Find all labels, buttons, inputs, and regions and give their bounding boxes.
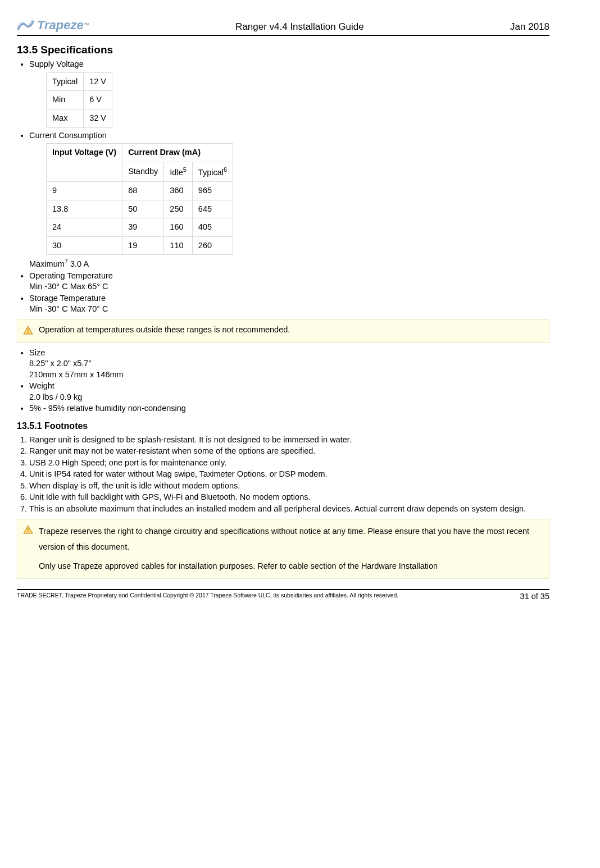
doc-title: Ranger v4.4 Installation Guide: [235, 21, 364, 34]
cell: 250: [164, 200, 193, 218]
cell: 32 V: [84, 109, 112, 128]
label: Maximum: [29, 259, 65, 268]
footnote-item: Ranger unit may not be water-resistant w…: [29, 446, 549, 457]
cell: 13.8: [47, 200, 122, 218]
footnotes-heading: 13.5.1 Footnotes: [17, 420, 549, 432]
spec-size: Size 8.25" x 2.0" x5.7” 210mm x 57mm x 1…: [29, 348, 549, 381]
spec-operating-temp: Operating Temperature Min -30° C Max 65°…: [29, 271, 549, 293]
supply-voltage-label: Supply Voltage: [29, 60, 84, 68]
doc-date: Jan 2018: [510, 21, 549, 34]
footnote-item: When display is off, the unit is idle wi…: [29, 481, 549, 492]
col-subheader: Typical6: [192, 162, 233, 181]
warning-text: Operation at temperatures outside these …: [39, 325, 543, 336]
warning-paragraph: Trapeze reserves the right to change cir…: [39, 524, 543, 555]
logo-text: Trapeze: [37, 17, 84, 34]
value: 3.0 A: [68, 259, 89, 268]
col-header: Current Draw (mA): [122, 144, 233, 162]
footnote-item: Unit is IP54 rated for water without Mag…: [29, 469, 549, 480]
cell: 260: [192, 236, 233, 255]
logo-icon: [17, 19, 35, 32]
current-consumption-label: Current Consumption: [29, 131, 107, 140]
spec-supply-voltage: Supply Voltage Typical12 V Min6 V Max32 …: [29, 59, 549, 127]
maximum-line: Maximum7 3.0 A: [29, 257, 549, 269]
cell: 30: [47, 236, 122, 255]
cell: Min: [47, 91, 84, 109]
logo: Trapeze™: [17, 17, 89, 34]
value: 8.25" x 2.0" x5.7”: [29, 359, 91, 368]
cell: 360: [164, 182, 193, 200]
value: Min -30° C Max 65° C: [29, 282, 108, 291]
warning-icon: !: [23, 326, 33, 338]
warning-box-notice: ! Trapeze reserves the right to change c…: [17, 519, 549, 579]
value: 2.0 lbs / 0.9 kg: [29, 392, 82, 401]
cell: Max: [47, 109, 84, 128]
cell: 24: [47, 218, 122, 237]
label: Weight: [29, 381, 54, 390]
label: Idle: [170, 168, 183, 177]
label: Size: [29, 348, 45, 357]
spec-humidity: 5% - 95% relative humidity non-condensin…: [29, 403, 549, 414]
label: Operating Temperature: [29, 271, 113, 280]
cell: 12 V: [84, 72, 112, 91]
section-heading: 13.5 Specifications: [17, 43, 549, 57]
cell: 68: [122, 182, 164, 200]
cell: 19: [122, 236, 164, 255]
cell: 6 V: [84, 91, 112, 109]
value: Min -30° C Max 70° C: [29, 304, 108, 313]
footer-legal: TRADE SECRET. Trapeze Proprietary and Co…: [17, 591, 398, 602]
label: Storage Temperature: [29, 294, 106, 303]
spec-storage-temp: Storage Temperature Min -30° C Max 70° C: [29, 293, 549, 315]
warning-icon: !: [23, 525, 33, 537]
svg-text:!: !: [27, 527, 29, 533]
value: 210mm x 57mm x 146mm: [29, 370, 124, 379]
footnotes-list: Ranger unit is designed to be splash-res…: [29, 435, 549, 515]
cell: 405: [192, 218, 233, 237]
svg-text:!: !: [27, 328, 29, 334]
label: Typical: [198, 168, 224, 177]
cell: 965: [192, 182, 233, 200]
spec-weight: Weight 2.0 lbs / 0.9 kg: [29, 381, 549, 403]
cell: 160: [164, 218, 193, 237]
cell: 50: [122, 200, 164, 218]
current-consumption-table: Input Voltage (V) Current Draw (mA) Stan…: [46, 143, 233, 255]
cell: 39: [122, 218, 164, 237]
col-subheader: Standby: [122, 162, 164, 181]
page-number: 31 of 35: [520, 591, 549, 602]
footnote-ref: 6: [224, 166, 227, 173]
col-subheader: Idle5: [164, 162, 193, 181]
cell: 110: [164, 236, 193, 255]
spec-current-consumption: Current Consumption Input Voltage (V) Cu…: [29, 130, 549, 270]
page-header: Trapeze™ Ranger v4.4 Installation Guide …: [17, 17, 549, 36]
footnote-ref: 5: [183, 166, 187, 173]
col-header: Input Voltage (V): [47, 144, 122, 182]
cell: Typical: [47, 72, 84, 91]
footnote-item: Ranger unit is designed to be splash-res…: [29, 435, 549, 446]
footnote-item: Unit Idle with full backlight with GPS, …: [29, 492, 549, 503]
footnote-item: USB 2.0 High Speed; one port is for main…: [29, 458, 549, 469]
warning-paragraph: Only use Trapeze approved cables for ins…: [39, 559, 543, 574]
footer: TRADE SECRET. Trapeze Proprietary and Co…: [17, 589, 549, 602]
warning-box-temp: ! Operation at temperatures outside thes…: [17, 319, 549, 343]
cell: 645: [192, 200, 233, 218]
warning-text: Trapeze reserves the right to change cir…: [39, 524, 543, 574]
supply-voltage-table: Typical12 V Min6 V Max32 V: [46, 72, 112, 128]
footnote-item: This is an absolute maximum that include…: [29, 504, 549, 515]
cell: 9: [47, 182, 122, 200]
